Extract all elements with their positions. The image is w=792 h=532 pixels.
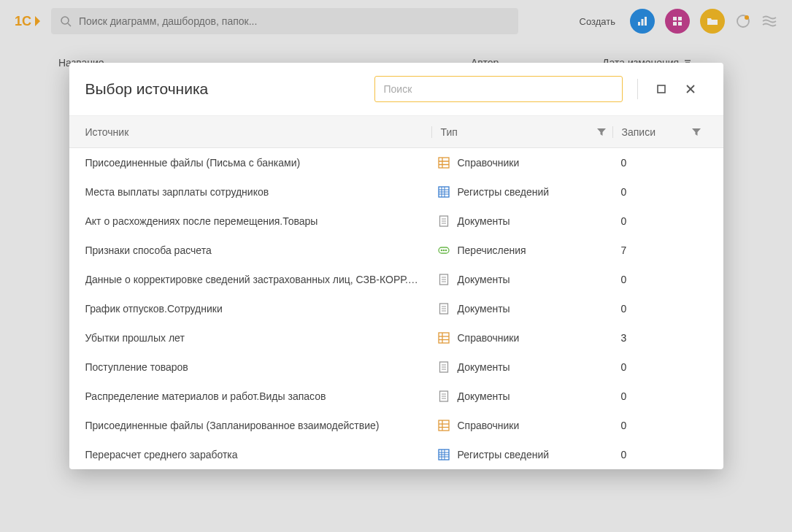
table-row[interactable]: Присоединенные файлы (Запланированное вз… (69, 411, 723, 440)
cell-source: Убытки прошлых лет (85, 332, 431, 344)
cell-source: Распределение материалов и работ.Виды за… (85, 390, 431, 402)
table-row[interactable]: Поступление товаровДокументы0 (69, 352, 723, 382)
cell-type: Документы (431, 302, 612, 315)
table-row[interactable]: Перерасчет среднего заработкаРегистры св… (69, 440, 723, 469)
cell-records: 0 (612, 361, 707, 373)
svg-rect-18 (439, 158, 449, 168)
modal-title: Выбор источника (85, 80, 363, 98)
column-records[interactable]: Записи (612, 126, 707, 138)
cell-type: Документы (431, 361, 612, 374)
cell-type: Документы (431, 215, 612, 228)
cell-type-label: Регистры сведений (458, 449, 550, 460)
filter-icon[interactable] (596, 127, 607, 137)
modal-overlay: Выбор источника Источник Тип (0, 0, 792, 532)
cell-records: 0 (612, 303, 707, 315)
cell-source: Перерасчет среднего заработка (85, 449, 431, 460)
cell-type: Справочники (431, 156, 612, 169)
table-body: Присоединенные файлы (Письма с банками)С… (69, 148, 723, 469)
cell-records: 0 (612, 420, 707, 431)
catalog-icon (437, 419, 450, 432)
cell-records: 0 (612, 157, 707, 169)
cell-records: 7 (612, 244, 707, 256)
document-icon (437, 215, 450, 228)
cell-source: Присоединенные файлы (Запланированное вз… (85, 420, 431, 431)
cell-type: Справочники (431, 331, 612, 344)
table-row[interactable]: Присоединенные файлы (Письма с банками)С… (69, 148, 723, 177)
close-icon (685, 83, 696, 95)
document-icon (437, 361, 450, 374)
table-row[interactable]: Распределение материалов и работ.Виды за… (69, 382, 723, 411)
maximize-icon (655, 83, 667, 95)
close-button[interactable] (682, 80, 699, 98)
svg-point-35 (445, 250, 447, 252)
register-icon (437, 448, 450, 461)
cell-type-label: Перечисления (458, 244, 526, 256)
cell-type: Документы (431, 273, 612, 286)
column-type[interactable]: Тип (431, 126, 612, 138)
table-row[interactable]: Убытки прошлых летСправочники3 (69, 323, 723, 352)
cell-type-label: Документы (458, 215, 510, 227)
svg-point-34 (442, 250, 445, 252)
source-select-modal: Выбор источника Источник Тип (69, 63, 723, 469)
cell-type-label: Справочники (458, 420, 520, 431)
column-type-label: Тип (441, 126, 458, 138)
cell-records: 0 (612, 449, 707, 460)
filter-icon[interactable] (691, 127, 701, 137)
document-icon (437, 390, 450, 403)
cell-type: Документы (431, 390, 612, 403)
svg-point-33 (440, 250, 442, 252)
column-source[interactable]: Источник (85, 126, 431, 138)
cell-source: Данные о корректировке сведений застрахо… (85, 274, 431, 285)
cell-type-label: Справочники (458, 157, 520, 169)
table-row[interactable]: График отпусков.СотрудникиДокументы0 (69, 294, 723, 323)
maximize-button[interactable] (653, 80, 670, 98)
cell-source: График отпусков.Сотрудники (85, 303, 431, 315)
table-row[interactable]: Акт о расхождениях после перемещения.Тов… (69, 207, 723, 236)
cell-type: Регистры сведений (431, 448, 612, 461)
cell-source: Присоединенные файлы (Письма с банками) (85, 157, 431, 169)
modal-search (374, 76, 623, 102)
svg-rect-56 (439, 420, 449, 431)
cell-source: Признаки способа расчета (85, 244, 431, 256)
catalog-icon (437, 331, 450, 344)
cell-type-label: Документы (458, 303, 510, 315)
table-row[interactable]: Места выплаты зарплаты сотрудниковРегист… (69, 177, 723, 207)
enum-icon (437, 244, 450, 257)
cell-type-label: Справочники (458, 332, 520, 344)
svg-rect-15 (658, 85, 665, 93)
modal-header: Выбор источника (69, 63, 723, 116)
table-row[interactable]: Данные о корректировке сведений застрахо… (69, 265, 723, 294)
cell-type-label: Документы (458, 390, 510, 402)
modal-search-input[interactable] (374, 76, 623, 102)
cell-type: Перечисления (431, 244, 612, 257)
cell-type-label: Регистры сведений (458, 186, 550, 198)
cell-records: 3 (612, 332, 707, 344)
cell-type-label: Документы (458, 361, 510, 373)
document-icon (437, 273, 450, 286)
cell-type-label: Документы (458, 274, 510, 285)
cell-source: Места выплаты зарплаты сотрудников (85, 186, 431, 198)
cell-type: Справочники (431, 419, 612, 432)
table-header: Источник Тип Записи (69, 116, 723, 148)
cell-source: Акт о расхождениях после перемещения.Тов… (85, 215, 431, 227)
table-row[interactable]: Признаки способа расчетаПеречисления7 (69, 236, 723, 265)
svg-rect-44 (439, 333, 449, 343)
divider (637, 79, 638, 99)
catalog-icon (437, 156, 450, 169)
cell-records: 0 (612, 274, 707, 285)
cell-source: Поступление товаров (85, 361, 431, 373)
cell-records: 0 (612, 186, 707, 198)
cell-records: 0 (612, 215, 707, 227)
column-records-label: Записи (622, 126, 655, 138)
register-icon (437, 185, 450, 198)
document-icon (437, 302, 450, 315)
cell-type: Регистры сведений (431, 185, 612, 198)
cell-records: 0 (612, 390, 707, 402)
